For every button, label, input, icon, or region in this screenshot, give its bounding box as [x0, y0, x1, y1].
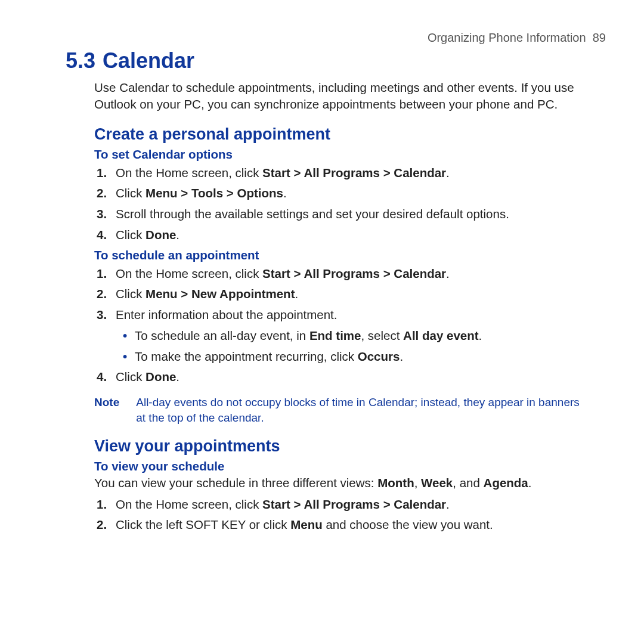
step-bold: All day event: [403, 329, 478, 342]
list-item: Click Menu > Tools > Options.: [112, 184, 603, 203]
step-text: , and: [453, 476, 483, 490]
step-text: .: [479, 329, 482, 342]
step-text: .: [400, 349, 403, 363]
step-bold: Occurs: [358, 349, 400, 363]
list-item: Click the left SOFT KEY or click Menu an…: [112, 516, 603, 534]
list-item: Click Done.: [112, 368, 603, 386]
step-text: .: [283, 186, 287, 200]
list-item: On the Home screen, click Start > All Pr…: [112, 496, 603, 514]
step-text: Click: [116, 370, 145, 383]
step-bold: Week: [421, 476, 453, 490]
intro-paragraph: Use Calendar to schedule appointments, i…: [66, 79, 608, 113]
running-header: Organizing Phone Information 89: [66, 31, 608, 45]
subsubhead-schedule: To schedule an appointment: [66, 248, 608, 262]
step-text: On the Home screen, click: [116, 497, 262, 511]
steps-view: On the Home screen, click Start > All Pr…: [66, 496, 608, 535]
step-bold: End time: [309, 329, 361, 342]
list-item: Enter information about the appointment.…: [112, 306, 603, 366]
step-bold: Agenda: [484, 476, 528, 490]
subhead-create: Create a personal appointment: [66, 125, 608, 144]
list-item: On the Home screen, click Start > All Pr…: [112, 265, 603, 283]
step-text: .: [295, 287, 298, 301]
step-bold: Start > All Programs > Calendar: [262, 166, 446, 179]
page: Organizing Phone Information 89 5.3Calen…: [0, 0, 644, 561]
step-text: Click: [116, 287, 145, 301]
note-text: All-day events do not occupy blocks of t…: [136, 395, 590, 425]
step-bold: Start > All Programs > Calendar: [262, 267, 446, 280]
list-item: To make the appointment recurring, click…: [135, 348, 603, 366]
step-text: .: [446, 166, 450, 179]
list-item: Scroll through the available settings an…: [112, 205, 603, 224]
step-text: .: [446, 267, 450, 280]
page-number: 89: [593, 31, 606, 44]
step-text: On the Home screen, click: [116, 166, 262, 179]
list-item: Click Done.: [112, 226, 603, 244]
step-text: .: [176, 370, 179, 383]
step-text: .: [446, 497, 450, 511]
step-bold: Done: [145, 228, 176, 242]
step-text: Click the left SOFT KEY or click: [116, 518, 290, 531]
note-label: Note: [94, 395, 119, 425]
step-text: .: [176, 228, 179, 242]
step-text: To make the appointment recurring, click: [135, 349, 358, 363]
view-intro: You can view your schedule in three diff…: [66, 475, 608, 491]
step-text: Click: [116, 228, 145, 242]
step-bold: Menu > Tools > Options: [145, 186, 283, 200]
step-bold: Month: [377, 476, 414, 490]
subhead-view: View your appointments: [66, 437, 608, 456]
list-item: On the Home screen, click Start > All Pr…: [112, 164, 603, 182]
step-bold: Start > All Programs > Calendar: [262, 497, 446, 511]
steps-schedule: On the Home screen, click Start > All Pr…: [66, 265, 608, 387]
step-text: You can view your schedule in three diff…: [94, 476, 377, 490]
step-text: and choose the view you want.: [323, 518, 493, 531]
section-heading: 5.3Calendar: [66, 48, 608, 73]
section-title: Calendar: [103, 48, 194, 73]
note: Note All-day events do not occupy blocks…: [66, 395, 608, 425]
sub-bullets: To schedule an all-day event, in End tim…: [116, 327, 603, 366]
subsubhead-view: To view your schedule: [66, 459, 608, 473]
step-text: .: [528, 476, 532, 490]
list-item: Click Menu > New Appointment.: [112, 285, 603, 304]
step-bold: Menu > New Appointment: [145, 287, 295, 301]
step-text: Enter information about the appointment.: [116, 308, 338, 321]
subsubhead-set-options: To set Calendar options: [66, 147, 608, 162]
step-text: On the Home screen, click: [116, 267, 262, 280]
runhead-title: Organizing Phone Information: [428, 31, 586, 44]
step-bold: Menu: [290, 518, 323, 531]
step-text: ,: [414, 476, 421, 490]
step-text: To schedule an all-day event, in: [135, 329, 309, 342]
step-bold: Done: [145, 370, 176, 383]
steps-set-options: On the Home screen, click Start > All Pr…: [66, 164, 608, 244]
step-text: Click: [116, 186, 145, 200]
step-text: , select: [361, 329, 403, 342]
section-number: 5.3: [66, 48, 95, 73]
list-item: To schedule an all-day event, in End tim…: [135, 327, 603, 345]
